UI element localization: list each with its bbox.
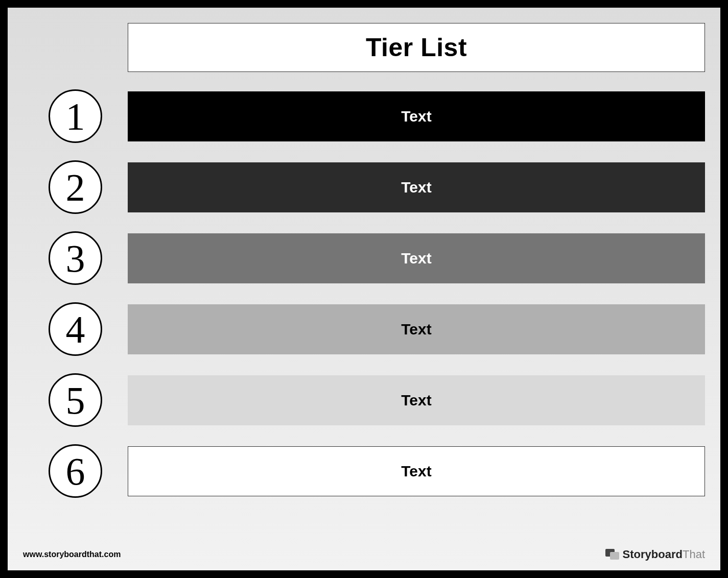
tiers-list: 1Text2Text3Text4Text5Text6Text [23, 89, 705, 498]
tier-number-badge: 3 [49, 231, 102, 285]
tier-number-badge: 2 [49, 160, 102, 214]
tier-badge-cell: 3 [23, 231, 128, 285]
tier-bar: Text [128, 375, 705, 425]
tier-label: Text [401, 250, 431, 267]
tier-row: 4Text [23, 302, 705, 356]
content-area: Tier List 1Text2Text3Text4Text5Text6Text [23, 23, 705, 545]
tier-label: Text [401, 321, 431, 338]
brand-text-strong: Storyboard [623, 548, 683, 561]
tier-row: 5Text [23, 373, 705, 427]
tier-number-badge: 5 [49, 373, 102, 427]
tier-bar: Text [128, 91, 705, 141]
tier-number-badge: 6 [49, 444, 102, 498]
tier-badge-cell: 5 [23, 373, 128, 427]
tier-row: 1Text [23, 89, 705, 143]
tier-label: Text [401, 179, 431, 196]
tier-badge-cell: 6 [23, 444, 128, 498]
tier-label: Text [401, 392, 431, 409]
tier-label: Text [401, 463, 431, 480]
tier-label: Text [401, 108, 431, 125]
brand-icon [605, 549, 620, 560]
page-frame: Tier List 1Text2Text3Text4Text5Text6Text… [6, 6, 722, 572]
tier-badge-cell: 4 [23, 302, 128, 356]
tier-bar: Text [128, 162, 705, 212]
tier-badge-cell: 2 [23, 160, 128, 214]
tier-badge-cell: 1 [23, 89, 128, 143]
title-left-spacer [23, 23, 128, 72]
brand-text-light: That [683, 548, 705, 561]
tier-number-badge: 4 [49, 302, 102, 356]
tier-bar: Text [128, 304, 705, 354]
tier-row: 2Text [23, 160, 705, 214]
tier-row: 6Text [23, 444, 705, 498]
footer-brand: StoryboardThat [605, 548, 705, 561]
page-title: Tier List [128, 23, 705, 72]
footer-url: www.storyboardthat.com [23, 550, 121, 559]
tier-bar: Text [128, 233, 705, 283]
footer: www.storyboardthat.com StoryboardThat [23, 548, 705, 561]
tier-bar: Text [128, 446, 705, 496]
tier-number-badge: 1 [49, 89, 102, 143]
tier-row: 3Text [23, 231, 705, 285]
title-row: Tier List [23, 23, 705, 72]
